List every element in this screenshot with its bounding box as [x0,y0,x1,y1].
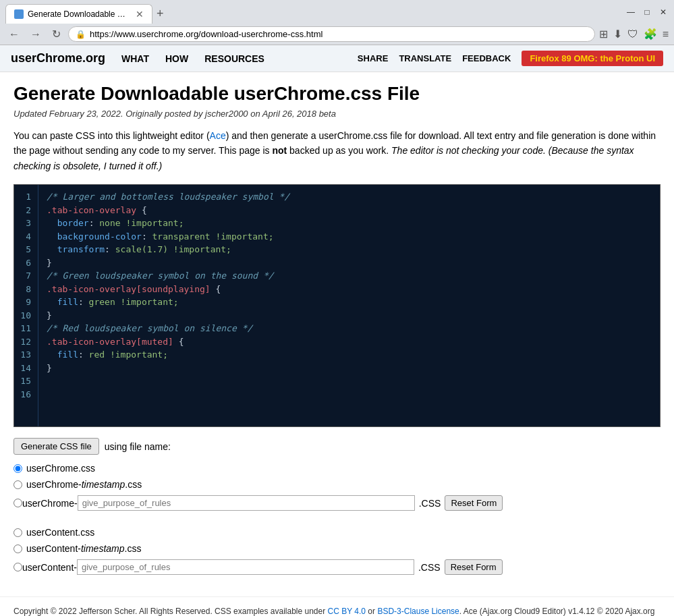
nav-resources[interactable]: RESOURCES [204,53,264,64]
radio-userchrome-css-label[interactable]: userChrome.css [26,463,95,474]
active-tab[interactable]: Generate Downloadable userCh... ✕ [5,4,152,24]
intro-bold: not [272,145,287,156]
code-line: .tab-icon-overlay[muted] { [47,335,652,349]
code-line: fill: green !important; [47,296,652,309]
nav-bar: ← → ↻ 🔒 https://www.userchrome.org/downl… [0,24,674,45]
menu-icon[interactable]: ≡ [663,28,669,40]
shield-icon[interactable]: 🛡 [627,28,638,40]
tab-close-button[interactable]: ✕ [136,9,144,20]
filename-suffix-userchrome: .CSS [419,498,441,509]
window-controls: — □ ✕ [625,7,669,22]
code-line: border: none !important; [47,217,652,230]
cc-link[interactable]: CC BY 4.0 [328,607,366,616]
intro-text-3: backed up as you work. [287,145,391,156]
usercontent-radio-group: userContent.css userContent-timestamp.cs… [13,527,661,575]
code-line: fill: red !important; [47,348,652,362]
generate-row: Generate CSS file using file name: [13,438,661,455]
radio-usercontent-custom: userContent- .CSS Reset Form [13,559,661,575]
code-line: } [47,362,652,375]
radio-usercontent-css-label[interactable]: userContent.css [26,527,94,538]
radio-usercontent-timestamp-input[interactable] [13,544,22,553]
page-meta: Updated February 23, 2022. Originally po… [13,109,661,119]
bsd-link[interactable]: BSD-3-Clause License [377,607,459,616]
radio-usercontent-timestamp: userContent-timestamp.css [13,543,661,554]
tab-favicon [14,9,24,19]
reset-form-button-usercontent[interactable]: Reset Form [445,559,503,575]
tab-title: Generate Downloadable userCh... [28,9,129,19]
radio-userchrome-css-input[interactable] [13,464,22,473]
translate-link[interactable]: TRANSLATE [399,53,451,63]
translate-icon[interactable]: ⊞ [599,28,608,40]
code-line: /* Red loudspeaker symbol on silence */ [47,322,652,335]
feedback-link[interactable]: FEEDBACK [462,53,511,63]
close-button[interactable]: ✕ [658,7,669,18]
line-numbers: 12345678910111213141516 [14,185,38,426]
page-title: Generate Downloadable userChrome.css Fil… [13,83,661,105]
download-icon[interactable]: ⬇ [613,28,622,40]
filename-suffix-usercontent: .CSS [418,562,441,573]
radio-usercontent-css: userContent.css [13,527,661,538]
code-line: .tab-icon-overlay { [47,204,652,217]
ace-link[interactable]: Ace [210,130,226,141]
generate-section: Generate CSS file using file name: userC… [13,438,661,575]
radio-userchrome-custom: userChrome- .CSS Reset Form [13,495,661,511]
back-button[interactable]: ← [5,27,23,42]
userchrome-radio-group: userChrome.css userChrome-timestamp.css … [13,463,661,511]
code-editor[interactable]: 12345678910111213141516 /* Larger and bo… [13,184,661,427]
footer-text-1: Copyright © 2022 Jefferson Scher. All Ri… [13,607,328,616]
header-right: SHARE TRANSLATE FEEDBACK Firefox 89 OMG:… [358,51,663,66]
intro-text-1: You can paste CSS into this lightweight … [13,130,210,141]
nav-how[interactable]: HOW [165,53,188,64]
filename-prefix-userchrome: userChrome- [22,498,78,509]
share-link[interactable]: SHARE [358,53,389,63]
code-line: /* Green loudspeaker symbol on the sound… [47,269,652,283]
code-line: /* Larger and bottomless loudspeaker sym… [47,190,652,204]
site-logo[interactable]: userChrome.org [11,51,105,65]
nav-icons: ⊞ ⬇ 🛡 🧩 ≡ [599,28,669,40]
minimize-button[interactable]: — [625,7,636,18]
footer-text-2: or [366,607,377,616]
code-content[interactable]: /* Larger and bottomless loudspeaker sym… [38,185,660,426]
code-line: } [47,256,652,270]
radio-userchrome-timestamp-label[interactable]: userChrome-timestamp.css [26,479,142,490]
code-line: .tab-icon-overlay[soundplaying] { [47,283,652,296]
page-content: Generate Downloadable userChrome.css Fil… [0,72,674,596]
page-footer: Copyright © 2022 Jefferson Scher. All Ri… [0,596,674,616]
radio-userchrome-custom-input[interactable] [13,499,22,507]
using-label: using file name: [105,441,171,452]
filename-prefix-usercontent: userContent- [22,562,77,573]
page-intro: You can paste CSS into this lightweight … [13,128,661,173]
code-line: transform: scale(1.7) !important; [47,243,652,256]
forward-button[interactable]: → [27,27,45,42]
promo-banner[interactable]: Firefox 89 OMG: the Proton UI [522,51,663,66]
filename-custom-input-usercontent[interactable] [77,559,414,575]
new-tab-button[interactable]: + [157,7,164,21]
radio-usercontent-css-input[interactable] [13,528,22,537]
reset-form-button-userchrome[interactable]: Reset Form [445,495,503,511]
code-line: } [47,309,652,323]
site-header: userChrome.org WHAT HOW RESOURCES SHARE … [0,45,674,72]
maximize-button[interactable]: □ [642,7,652,18]
browser-chrome: Generate Downloadable userCh... ✕ + — □ … [0,0,674,45]
address-bar[interactable]: 🔒 https://www.userchrome.org/download-us… [68,26,595,42]
radio-userchrome-css: userChrome.css [13,463,661,474]
nav-what[interactable]: WHAT [121,53,149,64]
refresh-button[interactable]: ↻ [49,26,64,42]
site-nav: WHAT HOW RESOURCES [121,53,264,64]
lock-icon: 🔒 [76,30,86,39]
extensions-icon[interactable]: 🧩 [644,28,657,40]
radio-userchrome-timestamp-input[interactable] [13,480,22,489]
generate-css-button[interactable]: Generate CSS file [13,438,99,455]
radio-usercontent-timestamp-label[interactable]: userContent-timestamp.css [26,543,141,554]
radio-usercontent-custom-input[interactable] [13,563,22,571]
tab-bar: Generate Downloadable userCh... ✕ + — □ … [0,0,674,24]
code-line: background-color: transparent !important… [47,230,652,244]
address-text: https://www.userchrome.org/download-user… [90,29,588,39]
filename-custom-input-userchrome[interactable] [78,495,415,511]
divider [13,522,661,527]
radio-userchrome-timestamp: userChrome-timestamp.css [13,479,661,490]
